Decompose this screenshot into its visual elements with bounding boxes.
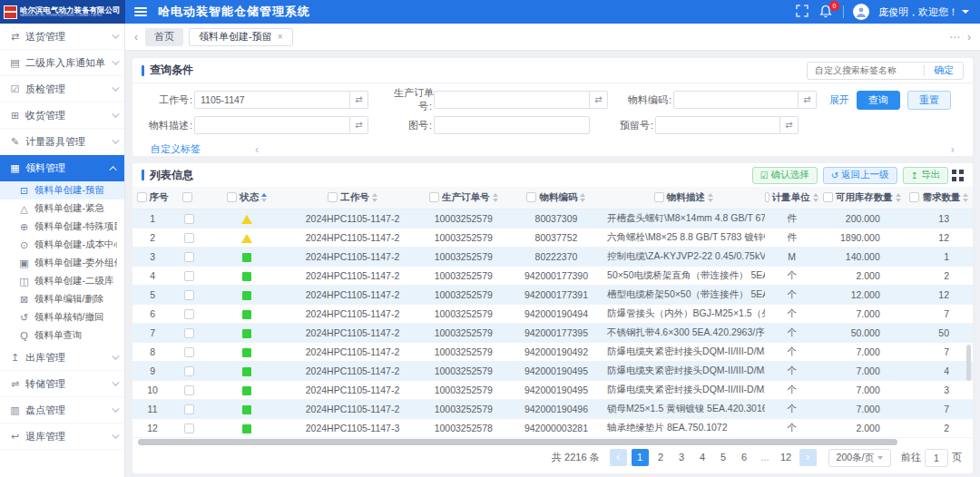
sidebar-item-edit-delete[interactable]: ⊠ 领料单编辑/删除: [0, 290, 124, 308]
table-row[interactable]: 12 2024HPC1105-1147-3 10003252578 942000…: [132, 418, 973, 437]
reset-button[interactable]: 重置: [907, 91, 951, 110]
column-header[interactable]: 计量单位: [765, 187, 818, 209]
page-number[interactable]: 6: [736, 449, 753, 466]
sidebar-item-create-cost-center[interactable]: ⊙ 领料单创建-成本中心: [0, 236, 124, 254]
tab-scroll-right-icon[interactable]: ›: [967, 31, 971, 44]
sidebar-item-create-secondary-store[interactable]: ◫ 领料单创建-二级库: [0, 272, 124, 290]
fullscreen-icon[interactable]: [796, 5, 810, 19]
sidebar-item-measuring-tools[interactable]: ✎ 计量器具管理: [0, 129, 124, 155]
page-size-select[interactable]: 200条/页: [828, 449, 891, 467]
table-row[interactable]: 5 2024HPC1105-1147-2 10003252579 9420001…: [132, 285, 973, 304]
search-button[interactable]: 查询: [857, 91, 900, 110]
material-code-selector-icon[interactable]: ⇄: [799, 91, 817, 109]
page-number[interactable]: 1: [632, 449, 649, 466]
select-all-checkbox[interactable]: [526, 192, 536, 202]
table-row[interactable]: 10 2024HPC1105-1147-2 10003252579 942000…: [132, 380, 973, 399]
vertical-scrollbar-thumb[interactable]: [966, 345, 971, 381]
sidebar-item-delivery[interactable]: ⇄ 送货管理: [0, 24, 124, 50]
sidebar-item-outbound[interactable]: ↥ 出库管理: [0, 345, 124, 371]
avatar[interactable]: [853, 4, 869, 20]
page-number[interactable]: 4: [694, 449, 711, 466]
row-checkbox[interactable]: [184, 366, 194, 376]
column-header[interactable]: 状态: [205, 187, 289, 209]
row-checkbox[interactable]: [184, 214, 194, 224]
row-checkbox[interactable]: [184, 309, 194, 319]
user-greeting[interactable]: 庞俊明，欢迎您！: [878, 5, 969, 19]
production-order-input[interactable]: [434, 91, 590, 109]
expand-link[interactable]: 展开: [829, 93, 849, 107]
column-settings-icon[interactable]: [952, 170, 964, 181]
select-all-checkbox[interactable]: [654, 192, 664, 202]
column-header[interactable]: 生产订单号: [416, 187, 511, 209]
row-checkbox[interactable]: [184, 271, 194, 281]
page-number[interactable]: 12: [778, 449, 795, 466]
column-header[interactable]: 物料描述: [602, 187, 765, 209]
table-row[interactable]: 8 2024HPC1105-1147-2 10003252579 9420001…: [132, 342, 973, 361]
page-number[interactable]: 3: [673, 449, 691, 466]
column-header[interactable]: 物料编码: [511, 187, 602, 209]
select-all-checkbox[interactable]: [182, 192, 192, 202]
work-no-selector-icon[interactable]: ⇄: [350, 91, 368, 109]
sidebar-item-query[interactable]: Q 领料单查询: [0, 326, 124, 345]
table-row[interactable]: 7 2024HPC1105-1147-2 10003252579 9420001…: [132, 323, 973, 342]
page-number[interactable]: ...: [757, 449, 774, 466]
sidebar-item-stocktaking[interactable]: ▥ 盘点管理: [0, 397, 124, 423]
sidebar-item-writeoff-recall[interactable]: ↺ 领料单核销/撤回: [0, 308, 124, 326]
tab-material-create-reserved[interactable]: 领料单创建-预留 ×: [189, 28, 293, 46]
select-all-checkbox[interactable]: [765, 192, 769, 202]
back-to-parent-button[interactable]: ↺ 返回上一级: [823, 167, 897, 184]
select-all-checkbox[interactable]: [227, 192, 237, 202]
column-header[interactable]: 工作号: [289, 187, 416, 209]
tab-close-icon[interactable]: ×: [278, 32, 283, 42]
table-row[interactable]: 11 2024HPC1105-1147-2 10003252579 942000…: [132, 399, 973, 418]
confirm-selection-button[interactable]: ☑ 确认选择: [752, 167, 818, 184]
material-desc-selector-icon[interactable]: ⇄: [350, 116, 368, 134]
reservation-no-selector-icon[interactable]: ⇄: [780, 116, 799, 134]
notification-bell-icon[interactable]: 0: [819, 5, 834, 19]
column-header[interactable]: 可用库存数量: [818, 187, 906, 209]
sidebar-item-create-outsourced[interactable]: ▣ 领料单创建-委外组件: [0, 254, 124, 272]
select-all-checkbox[interactable]: [137, 192, 147, 202]
row-checkbox[interactable]: [184, 252, 194, 262]
row-checkbox[interactable]: [184, 347, 194, 357]
drawing-no-input[interactable]: [434, 116, 590, 134]
sidebar-collapse-icon[interactable]: [134, 7, 147, 16]
column-header[interactable]: 序号: [132, 187, 172, 209]
sidebar-item-create-special-project[interactable]: ⊕ 领料单创建-特殊项目: [0, 218, 124, 236]
sidebar-item-material-requisition[interactable]: ▦ 领料管理: [0, 155, 124, 181]
custom-tags-link[interactable]: 自定义标签: [151, 142, 201, 156]
select-all-checkbox[interactable]: [909, 192, 919, 202]
table-row[interactable]: 1 2024HPC1105-1147-2 10003252579 8003730…: [132, 209, 973, 228]
select-all-checkbox[interactable]: [429, 192, 439, 202]
sidebar-item-create-urgent[interactable]: △ 领料单创建-紧急: [0, 200, 124, 218]
table-row[interactable]: 6 2024HPC1105-1147-2 10003252579 9420001…: [132, 304, 973, 323]
tab-scroll-left-icon[interactable]: ‹: [134, 31, 138, 44]
table-row[interactable]: 3 2024HPC1105-1147-2 10003252579 8022237…: [132, 247, 973, 266]
sidebar-item-receiving[interactable]: ⊞ 收货管理: [0, 102, 124, 129]
sidebar-item-quality-inspection[interactable]: ☑ 质检管理: [0, 76, 124, 102]
row-checkbox[interactable]: [184, 290, 194, 300]
tags-scroll-right-icon[interactable]: ›: [951, 142, 955, 156]
page-number[interactable]: 2: [652, 449, 670, 466]
sidebar-item-return[interactable]: ↩ 退库管理: [0, 423, 124, 450]
production-order-selector-icon[interactable]: ⇄: [590, 91, 608, 109]
row-checkbox[interactable]: [184, 233, 194, 243]
tags-scroll-left-icon[interactable]: ‹: [255, 142, 259, 156]
column-header[interactable]: 需求数量: [906, 187, 973, 209]
select-all-checkbox[interactable]: [328, 192, 338, 202]
row-checkbox[interactable]: [184, 423, 194, 433]
table-row[interactable]: 4 2024HPC1105-1147-2 10003252579 9420001…: [132, 266, 973, 285]
row-checkbox[interactable]: [184, 328, 194, 338]
row-checkbox[interactable]: [184, 385, 194, 395]
material-code-input[interactable]: [673, 91, 799, 109]
export-button[interactable]: ↥ 导出: [903, 167, 948, 184]
next-page-icon[interactable]: ›: [799, 449, 817, 466]
table-row[interactable]: 2 2024HPC1105-1147-2 10003252579 8003775…: [132, 228, 973, 247]
tab-home[interactable]: 首页 ×: [145, 28, 183, 46]
goto-page-input[interactable]: [925, 449, 948, 467]
page-number[interactable]: 5: [715, 449, 732, 466]
material-desc-input[interactable]: [194, 116, 350, 134]
column-header[interactable]: [172, 187, 205, 209]
tag-confirm-button[interactable]: 确定: [925, 63, 963, 77]
work-no-input[interactable]: [194, 91, 350, 109]
